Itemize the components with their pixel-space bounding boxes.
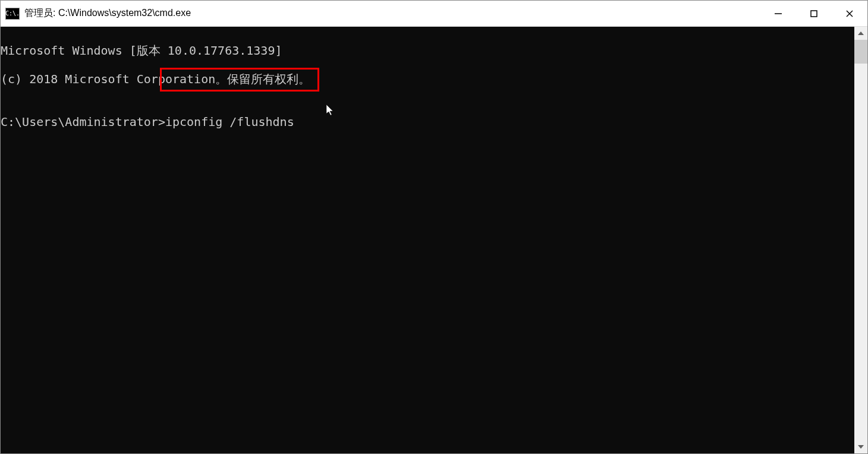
terminal-line-version: Microsoft Windows [版本 10.0.17763.1339] — [1, 43, 854, 58]
terminal-line-copyright: (c) 2018 Microsoft Corporation。保留所有权利。 — [1, 72, 854, 86]
terminal-prompt-line: C:\Users\Administrator>ipconfig /flushdn… — [1, 115, 854, 129]
terminal[interactable]: Microsoft Windows [版本 10.0.17763.1339] (… — [1, 27, 854, 453]
window-title: 管理员: C:\Windows\system32\cmd.exe — [24, 7, 760, 20]
scroll-down-button[interactable] — [854, 440, 867, 453]
svg-rect-1 — [811, 11, 817, 17]
terminal-prompt: C:\Users\Administrator> — [1, 115, 165, 129]
vertical-scrollbar[interactable] — [854, 27, 867, 453]
chevron-down-icon — [858, 445, 864, 449]
minimize-icon — [774, 10, 782, 18]
terminal-command: ipconfig /flushdns — [165, 115, 294, 129]
close-icon — [845, 10, 854, 18]
scroll-up-button[interactable] — [854, 27, 867, 40]
titlebar[interactable]: C:\. 管理员: C:\Windows\system32\cmd.exe — [1, 1, 867, 27]
scroll-track[interactable] — [854, 40, 867, 440]
terminal-wrapper: Microsoft Windows [版本 10.0.17763.1339] (… — [1, 27, 867, 453]
window-controls — [760, 1, 867, 26]
cmd-window: C:\. 管理员: C:\Windows\system32\cmd.exe Mi… — [0, 0, 868, 454]
scroll-thumb[interactable] — [854, 40, 867, 64]
minimize-button[interactable] — [760, 1, 796, 26]
cmd-icon: C:\. — [5, 8, 20, 20]
maximize-icon — [810, 10, 818, 18]
chevron-up-icon — [858, 31, 864, 35]
close-button[interactable] — [832, 1, 867, 26]
maximize-button[interactable] — [796, 1, 832, 26]
